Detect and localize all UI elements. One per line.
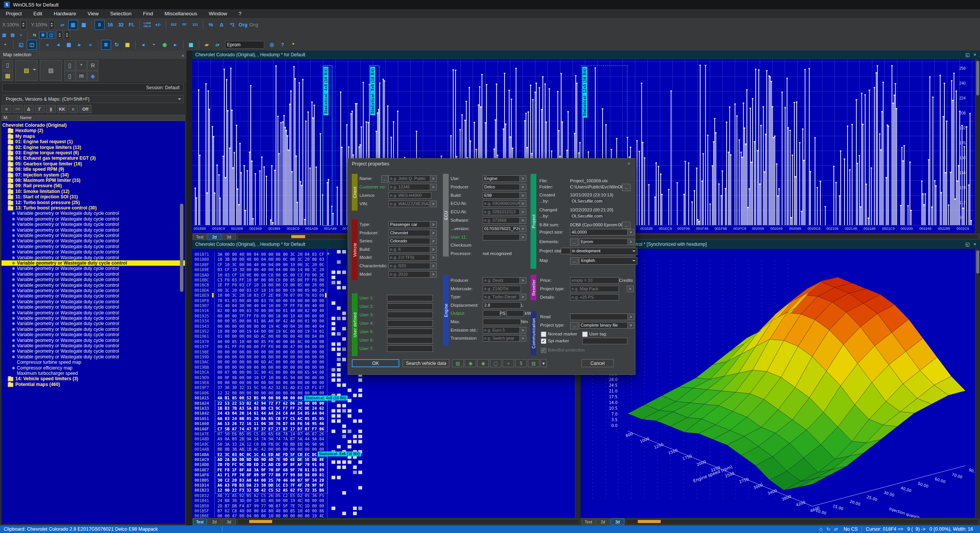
prev-map-button[interactable]: ◂: [53, 40, 63, 50]
hex-row[interactable]: 001B6E00 00 47 0004 00 00 1000 00 00 000…: [194, 513, 329, 518]
input-field[interactable]: [387, 303, 433, 310]
expand-button[interactable]: >: [430, 246, 437, 253]
hex-row[interactable]: 001ABAE2 3C 03 0C0C 1C 41 EDAE FD 5F CDE…: [194, 452, 329, 457]
filter-rows-icon[interactable]: ≡: [68, 105, 78, 113]
percent-button[interactable]: %: [206, 20, 216, 30]
hex-row[interactable]: 00197040 00 85 1040 00 85 F040 00 86 8C0…: [194, 339, 329, 344]
input-field[interactable]: Eprom: [579, 239, 629, 245]
expand-button[interactable]: >: [519, 226, 526, 232]
hex-row[interactable]: 00192500 80 00 7FFF F8 09 0018 00 10 400…: [194, 314, 329, 319]
expand-button[interactable]: >: [519, 175, 526, 182]
input-field[interactable]: e.g. John Q. Public: [389, 175, 431, 182]
checkbox[interactable]: ✓: [541, 338, 546, 344]
web-lookup2-icon[interactable]: ◉: [477, 359, 489, 367]
tree-folder[interactable]: 02: Engine torque limiters (13): [2, 145, 185, 150]
map3d-vscrollbar[interactable]: [975, 249, 980, 518]
scrollbar-thumb[interactable]: [291, 235, 305, 238]
ok-button[interactable]: OK: [352, 359, 399, 367]
tree-map-item[interactable]: Maximum turbocharger speed: [2, 371, 185, 376]
filter-flag-icon[interactable]: ||: [46, 105, 56, 113]
last-map-button[interactable]: »: [85, 40, 95, 50]
list-view-icon[interactable]: ≣: [39, 32, 47, 39]
input-field[interactable]: [387, 320, 433, 327]
input-field[interactable]: e.g. Deutz: [483, 277, 521, 284]
import-folder-icon[interactable]: ▨: [40, 60, 62, 81]
expand-button[interactable]: >: [430, 221, 437, 228]
values-dec-button[interactable]: 522: [169, 20, 179, 30]
x-zoom-control[interactable]: X:100%: [2, 20, 26, 30]
input-field[interactable]: [483, 234, 521, 240]
hex-row[interactable]: 00195210 00 00 0019 64 00 0019 6C 00 001…: [194, 329, 329, 334]
menu-item-[interactable]: ?: [233, 9, 247, 18]
input-field[interactable]: e.g. Map Pack: [570, 286, 619, 292]
expand-button[interactable]: >: [430, 238, 437, 244]
zoom-stepper[interactable]: [20, 20, 26, 30]
new-version-icon[interactable]: ▯: [64, 60, 75, 70]
tree-map-item[interactable]: ∗Variable geometry or Wastegate duty cyc…: [2, 216, 185, 222]
input-field[interactable]: e.g. 372668: [483, 217, 521, 224]
tree-map-item[interactable]: ∗Compressor efficiency map: [2, 365, 185, 371]
tree-folder[interactable]: My maps: [2, 134, 185, 139]
more-button[interactable]: ...: [622, 222, 630, 229]
input-field[interactable]: [387, 329, 433, 335]
tree-folder[interactable]: 07: Injection system (34): [2, 172, 185, 178]
tree-map-item[interactable]: ∗Variable geometry or Wastegate duty cyc…: [2, 227, 185, 233]
org-button[interactable]: Org: [238, 20, 248, 30]
checkbox[interactable]: [541, 332, 546, 337]
tree-map-item[interactable]: ∗Variable geometry or Wastegate duty cyc…: [2, 348, 185, 354]
horizontal-scrollbar[interactable]: [237, 519, 579, 524]
small-field[interactable]: [561, 248, 571, 254]
projects-dropdown[interactable]: Projects, Versions & Maps: (Ctrl+Shift+F…: [2, 95, 184, 103]
expand-button[interactable]: >: [519, 335, 526, 342]
tree-view-icon[interactable]: ≣: [101, 40, 111, 50]
input-field[interactable]: Engine: [483, 175, 521, 182]
expand-button[interactable]: >: [430, 263, 437, 269]
ellipsis-button[interactable]: ...: [570, 239, 578, 246]
code-view-icon[interactable]: ▦: [79, 20, 89, 30]
expand-button[interactable]: >: [430, 254, 437, 261]
hex-row[interactable]: 001A7E07 50 E6 B505 C5 85 6568 78 14 074…: [194, 432, 329, 437]
tab-text[interactable]: Text: [193, 518, 207, 525]
window-view-icon[interactable]: ◫: [47, 32, 55, 39]
tree-folder[interactable]: 03: Engine torque request (6): [2, 150, 185, 155]
tree-map-item[interactable]: ∗Variable geometry or Wastegate duty cyc…: [2, 354, 185, 360]
hex-row[interactable]: 001B502D B7 DB F487 99 77 9B87 5F 7E 7C1…: [194, 504, 329, 508]
input-field[interactable]: e.g. 2.0 TFSI: [389, 254, 431, 261]
tree-map-item[interactable]: ∗Variable geometry or Wastegate duty cyc…: [2, 255, 185, 260]
hex-row[interactable]: 00196101 00 00 0000 6D AC 0000 00 00 400…: [194, 334, 329, 339]
input-field[interactable]: e.g. +25 PS: [570, 294, 619, 301]
forward-button[interactable]: ▸: [170, 40, 180, 50]
values-hex-button[interactable]: FF: [180, 20, 189, 30]
tree-folder[interactable]: 09: Rail pressure (56): [2, 183, 185, 188]
hex-row[interactable]: 0019AC00 00 00 0000 00 6D AC00 00 00 000…: [194, 360, 329, 365]
tab-2d[interactable]: 2d: [207, 518, 221, 525]
sign-button[interactable]: +/-: [153, 20, 163, 30]
expand-button[interactable]: >: [519, 217, 526, 224]
input-field[interactable]: [387, 312, 433, 318]
ellipsis-button[interactable]: ...: [570, 322, 578, 329]
dialog-close-icon[interactable]: ×: [627, 160, 630, 167]
checkered-flag-icon[interactable]: ▩: [186, 40, 196, 50]
tree-map-item[interactable]: ∗Variable geometry or Wastegate duty cyc…: [2, 238, 185, 244]
tree-map-item[interactable]: ∗Variable geometry or Wastegate duty cyc…: [2, 321, 185, 326]
input-field[interactable]: [387, 295, 433, 301]
expand-button[interactable]: >: [627, 286, 634, 292]
input-field[interactable]: 40,0000: [570, 229, 629, 235]
wizard2-icon[interactable]: ◓: [149, 40, 159, 50]
menu-item-view[interactable]: View: [82, 9, 105, 18]
input-field[interactable]: e.g. Euro 5: [483, 327, 521, 334]
hex-row[interactable]: 0018BCC3 F0 03 FF10 0F 00 00C0 00 05 00F…: [194, 278, 329, 283]
first-map-button[interactable]: «: [42, 40, 52, 50]
input-field[interactable]: e.g. 6: [389, 246, 431, 253]
input-field[interactable]: [506, 310, 524, 317]
values-bin-button[interactable]: 111: [190, 20, 200, 30]
export-version-icon[interactable]: ▯: [64, 71, 75, 81]
scrollbar-thumb[interactable]: [638, 520, 661, 523]
tree-map-item[interactable]: ∗Variable geometry or Wastegate duty cyc…: [2, 271, 185, 277]
column-name[interactable]: Name: [18, 115, 32, 121]
input-field[interactable]: [483, 310, 500, 317]
hex-row[interactable]: 0018DA00 3C 20 0003 CF 10 1900 00 C0 000…: [194, 288, 329, 293]
user-tag-field[interactable]: [582, 338, 627, 344]
view-2d-icon[interactable]: ▰: [202, 40, 212, 50]
filter-off-button[interactable]: Off: [79, 105, 91, 113]
